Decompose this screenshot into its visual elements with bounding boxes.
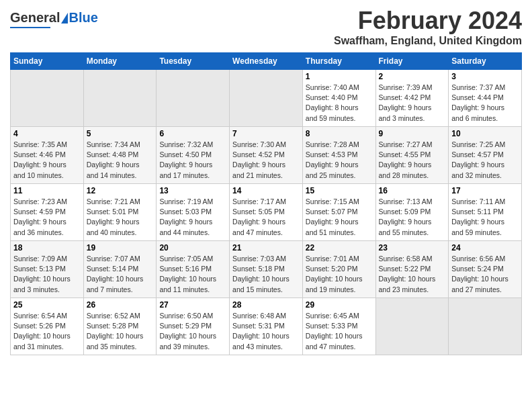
calendar-cell: 24Sunrise: 6:56 AMSunset: 5:24 PMDayligh… — [449, 241, 522, 298]
calendar-cell: 28Sunrise: 6:48 AMSunset: 5:31 PMDayligh… — [230, 298, 303, 355]
day-number: 9 — [379, 129, 446, 138]
day-number: 18 — [13, 243, 81, 253]
day-info: Sunrise: 7:05 AMSunset: 5:16 PMDaylight:… — [159, 254, 226, 295]
calendar-cell: 20Sunrise: 7:05 AMSunset: 5:16 PMDayligh… — [157, 241, 230, 298]
calendar-cell: 2Sunrise: 7:39 AMSunset: 4:42 PMDaylight… — [375, 70, 449, 127]
calendar-cell: 21Sunrise: 7:03 AMSunset: 5:18 PMDayligh… — [230, 241, 303, 298]
calendar-cell — [157, 70, 230, 127]
logo-triangle-icon — [61, 13, 68, 24]
day-info: Sunrise: 7:21 AMSunset: 5:01 PMDaylight:… — [87, 197, 154, 238]
day-number: 19 — [87, 243, 154, 253]
calendar-cell: 9Sunrise: 7:27 AMSunset: 4:55 PMDaylight… — [375, 127, 449, 184]
day-number: 13 — [159, 186, 226, 195]
logo-general-text: General — [10, 10, 60, 26]
calendar-cell: 6Sunrise: 7:32 AMSunset: 4:50 PMDaylight… — [157, 127, 230, 184]
day-number: 20 — [159, 243, 226, 253]
logo-blue-text: Blue — [69, 10, 97, 26]
header-saturday: Saturday — [449, 53, 522, 70]
calendar-cell: 17Sunrise: 7:11 AMSunset: 5:11 PMDayligh… — [449, 184, 522, 241]
calendar-week-row: 18Sunrise: 7:09 AMSunset: 5:13 PMDayligh… — [11, 241, 522, 298]
location-text: Swaffham, England, United Kingdom — [334, 35, 522, 47]
header-monday: Monday — [83, 53, 157, 70]
day-info: Sunrise: 7:27 AMSunset: 4:55 PMDaylight:… — [379, 140, 446, 181]
calendar-week-row: 1Sunrise: 7:40 AMSunset: 4:40 PMDaylight… — [11, 70, 522, 127]
day-number: 27 — [159, 300, 226, 310]
calendar-cell: 22Sunrise: 7:01 AMSunset: 5:20 PMDayligh… — [302, 241, 375, 298]
calendar-cell: 10Sunrise: 7:25 AMSunset: 4:57 PMDayligh… — [449, 127, 522, 184]
calendar-cell: 29Sunrise: 6:45 AMSunset: 5:33 PMDayligh… — [302, 298, 375, 355]
calendar-cell: 23Sunrise: 6:58 AMSunset: 5:22 PMDayligh… — [375, 241, 449, 298]
calendar-cell — [11, 70, 84, 127]
calendar-week-row: 25Sunrise: 6:54 AMSunset: 5:26 PMDayligh… — [11, 298, 522, 355]
day-info: Sunrise: 7:15 AMSunset: 5:07 PMDaylight:… — [306, 197, 373, 238]
day-info: Sunrise: 7:03 AMSunset: 5:18 PMDaylight:… — [232, 254, 300, 295]
calendar-cell: 27Sunrise: 6:50 AMSunset: 5:29 PMDayligh… — [157, 298, 230, 355]
calendar-cell: 25Sunrise: 6:54 AMSunset: 5:26 PMDayligh… — [11, 298, 84, 355]
day-number: 6 — [159, 129, 226, 138]
day-number: 1 — [306, 72, 373, 81]
weekday-header-row: Sunday Monday Tuesday Wednesday Thursday… — [11, 53, 522, 70]
day-info: Sunrise: 7:07 AMSunset: 5:14 PMDaylight:… — [87, 254, 154, 295]
day-info: Sunrise: 7:01 AMSunset: 5:20 PMDaylight:… — [306, 254, 373, 295]
calendar-cell — [375, 298, 449, 355]
calendar-cell: 5Sunrise: 7:34 AMSunset: 4:48 PMDaylight… — [83, 127, 157, 184]
day-info: Sunrise: 6:52 AMSunset: 5:28 PMDaylight:… — [87, 311, 154, 352]
day-number: 24 — [451, 243, 519, 253]
day-info: Sunrise: 7:32 AMSunset: 4:50 PMDaylight:… — [159, 140, 226, 181]
day-info: Sunrise: 7:39 AMSunset: 4:42 PMDaylight:… — [379, 83, 446, 124]
header-sunday: Sunday — [11, 53, 84, 70]
header-thursday: Thursday — [302, 53, 375, 70]
day-number: 5 — [87, 129, 154, 138]
logo: General Blue — [10, 10, 98, 28]
day-info: Sunrise: 7:19 AMSunset: 5:03 PMDaylight:… — [159, 197, 226, 238]
calendar-cell: 11Sunrise: 7:23 AMSunset: 4:59 PMDayligh… — [11, 184, 84, 241]
calendar-cell: 15Sunrise: 7:15 AMSunset: 5:07 PMDayligh… — [302, 184, 375, 241]
calendar-cell — [449, 298, 522, 355]
day-number: 14 — [232, 186, 300, 195]
day-info: Sunrise: 7:40 AMSunset: 4:40 PMDaylight:… — [306, 83, 373, 124]
day-info: Sunrise: 6:45 AMSunset: 5:33 PMDaylight:… — [306, 311, 373, 352]
day-info: Sunrise: 7:28 AMSunset: 4:53 PMDaylight:… — [306, 140, 373, 181]
day-info: Sunrise: 7:11 AMSunset: 5:11 PMDaylight:… — [451, 197, 519, 238]
calendar-body: 1Sunrise: 7:40 AMSunset: 4:40 PMDaylight… — [11, 70, 522, 355]
day-number: 15 — [306, 186, 373, 195]
day-info: Sunrise: 7:23 AMSunset: 4:59 PMDaylight:… — [13, 197, 81, 238]
day-info: Sunrise: 7:17 AMSunset: 5:05 PMDaylight:… — [232, 197, 300, 238]
calendar-week-row: 4Sunrise: 7:35 AMSunset: 4:46 PMDaylight… — [11, 127, 522, 184]
calendar-cell: 12Sunrise: 7:21 AMSunset: 5:01 PMDayligh… — [83, 184, 157, 241]
calendar-cell: 19Sunrise: 7:07 AMSunset: 5:14 PMDayligh… — [83, 241, 157, 298]
day-number: 28 — [232, 300, 300, 310]
day-number: 22 — [306, 243, 373, 253]
calendar-header: Sunday Monday Tuesday Wednesday Thursday… — [11, 53, 522, 70]
calendar-cell — [83, 70, 157, 127]
day-number: 17 — [451, 186, 519, 195]
day-number: 26 — [87, 300, 154, 310]
day-info: Sunrise: 7:30 AMSunset: 4:52 PMDaylight:… — [232, 140, 300, 181]
calendar-cell: 4Sunrise: 7:35 AMSunset: 4:46 PMDaylight… — [11, 127, 84, 184]
logo-underline — [10, 27, 50, 28]
calendar-cell: 1Sunrise: 7:40 AMSunset: 4:40 PMDaylight… — [302, 70, 375, 127]
page-header: General Blue February 2024 Swaffham, Eng… — [10, 7, 522, 47]
calendar-cell: 3Sunrise: 7:37 AMSunset: 4:44 PMDaylight… — [449, 70, 522, 127]
day-info: Sunrise: 7:09 AMSunset: 5:13 PMDaylight:… — [13, 254, 81, 295]
day-number: 11 — [13, 186, 81, 195]
calendar-cell: 16Sunrise: 7:13 AMSunset: 5:09 PMDayligh… — [375, 184, 449, 241]
header-wednesday: Wednesday — [230, 53, 303, 70]
day-info: Sunrise: 6:50 AMSunset: 5:29 PMDaylight:… — [159, 311, 226, 352]
day-number: 7 — [232, 129, 300, 138]
day-info: Sunrise: 7:25 AMSunset: 4:57 PMDaylight:… — [451, 140, 519, 181]
day-number: 2 — [379, 72, 446, 81]
day-info: Sunrise: 7:37 AMSunset: 4:44 PMDaylight:… — [451, 83, 519, 124]
day-info: Sunrise: 6:48 AMSunset: 5:31 PMDaylight:… — [232, 311, 300, 352]
day-info: Sunrise: 7:34 AMSunset: 4:48 PMDaylight:… — [87, 140, 154, 181]
day-number: 16 — [379, 186, 446, 195]
calendar-week-row: 11Sunrise: 7:23 AMSunset: 4:59 PMDayligh… — [11, 184, 522, 241]
day-info: Sunrise: 7:35 AMSunset: 4:46 PMDaylight:… — [13, 140, 81, 181]
title-area: February 2024 Swaffham, England, United … — [334, 7, 522, 47]
month-title: February 2024 — [334, 7, 522, 35]
calendar-cell: 18Sunrise: 7:09 AMSunset: 5:13 PMDayligh… — [11, 241, 84, 298]
calendar-table: Sunday Monday Tuesday Wednesday Thursday… — [10, 52, 522, 355]
day-number: 25 — [13, 300, 81, 310]
day-number: 8 — [306, 129, 373, 138]
calendar-cell: 14Sunrise: 7:17 AMSunset: 5:05 PMDayligh… — [230, 184, 303, 241]
